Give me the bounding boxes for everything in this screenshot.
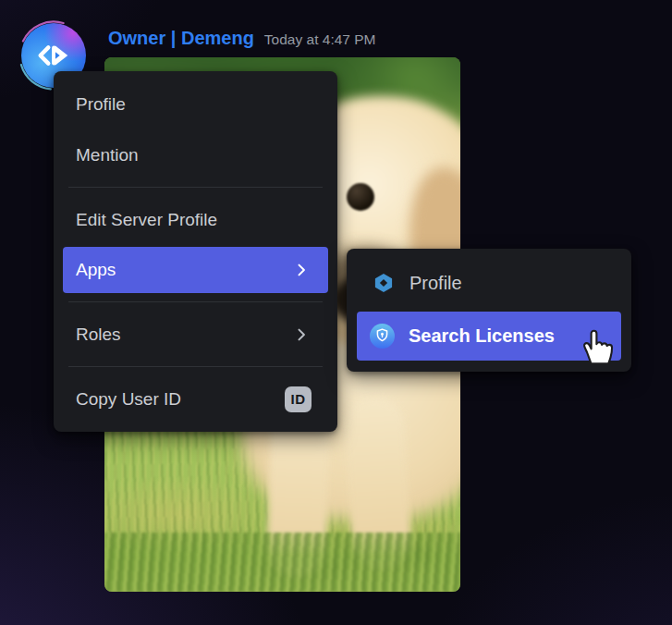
menu-item-edit-server-profile[interactable]: Edit Server Profile xyxy=(63,194,328,245)
id-badge-icon: ID xyxy=(285,386,312,412)
apps-submenu: Profile Search Licenses xyxy=(347,249,631,372)
menu-item-profile[interactable]: Profile xyxy=(63,79,328,129)
app-cube-icon xyxy=(373,272,395,294)
menu-divider xyxy=(68,366,323,367)
chevron-right-icon xyxy=(291,260,312,280)
message-username[interactable]: Owner | Demeng xyxy=(108,28,254,49)
menu-divider xyxy=(68,301,323,302)
menu-item-mention[interactable]: Mention xyxy=(63,129,328,180)
menu-item-label: Roles xyxy=(76,325,291,345)
menu-item-label: Mention xyxy=(76,145,312,165)
submenu-item-label: Search Licenses xyxy=(409,325,555,347)
license-shield-icon xyxy=(370,324,395,349)
menu-item-label: Profile xyxy=(76,94,312,115)
menu-item-label: Edit Server Profile xyxy=(76,210,312,230)
menu-item-copy-user-id[interactable]: Copy User ID ID xyxy=(63,374,328,424)
menu-item-apps[interactable]: Apps xyxy=(63,247,328,293)
submenu-item-label: Profile xyxy=(409,273,462,294)
submenu-item-search-licenses[interactable]: Search Licenses xyxy=(357,312,621,361)
submenu-item-profile[interactable]: Profile xyxy=(357,259,621,307)
menu-item-label: Apps xyxy=(76,260,291,280)
user-context-menu: Profile Mention Edit Server Profile Apps… xyxy=(54,71,337,432)
chevron-right-icon xyxy=(291,325,312,345)
puppy-eye xyxy=(347,183,374,211)
foreground-grass xyxy=(104,533,460,592)
message-timestamp: Today at 4:47 PM xyxy=(264,31,376,48)
menu-item-roles[interactable]: Roles xyxy=(63,309,328,360)
message-header: Owner | Demeng Today at 4:47 PM xyxy=(108,28,375,49)
menu-divider xyxy=(68,187,323,188)
discord-chat-area: Owner | Demeng Today at 4:47 PM Profile … xyxy=(0,0,672,625)
menu-item-label: Copy User ID xyxy=(76,389,285,410)
